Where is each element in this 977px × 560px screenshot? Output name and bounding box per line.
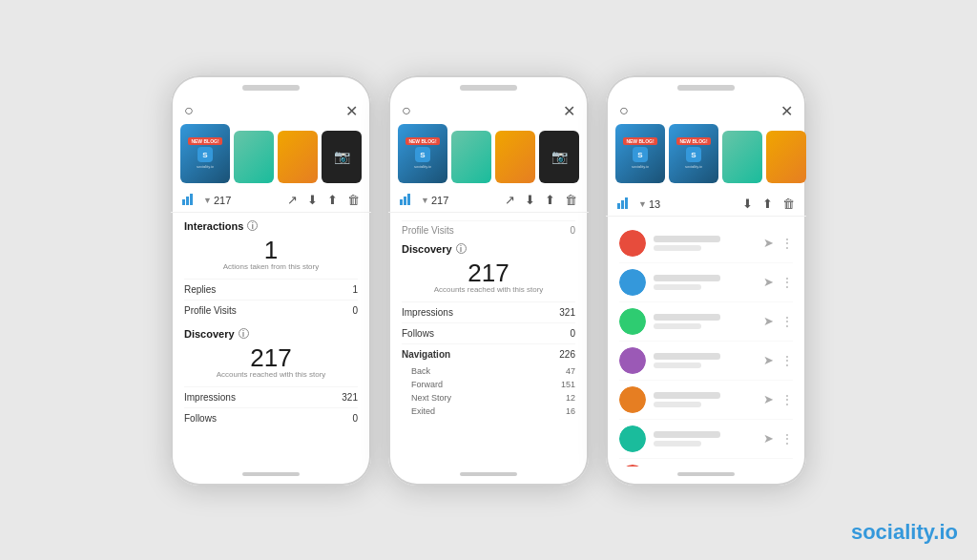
- brand-blue: .io: [933, 520, 958, 544]
- viewer-name: [654, 353, 720, 360]
- phone2-discovery-number: 217: [402, 260, 575, 285]
- phone2-profile-visits-partial: Profile Visits 0: [402, 220, 575, 239]
- phone2-circle-icon: ○: [402, 102, 411, 119]
- bar-chart-icon-2: [400, 193, 413, 208]
- viewer-avatar: [619, 347, 646, 374]
- phone3-story-thumb-3: [722, 131, 762, 183]
- phone1-interactions-sub: Actions taken from this story: [184, 262, 358, 271]
- info-icon: i: [247, 220, 258, 231]
- phone1-story-thumb-3: [278, 131, 318, 183]
- phone1-interactions-number: 1: [184, 238, 358, 262]
- phone1-stats-bar: ▼ 217 ↗ ⬇ ⬆ 🗑: [171, 189, 371, 213]
- phone2-exited-row: Exited 16: [402, 404, 575, 418]
- trending-icon[interactable]: ↗: [287, 193, 298, 207]
- brand-black: sociality: [851, 520, 933, 544]
- send-dm-icon[interactable]: ➤: [763, 392, 774, 406]
- viewer-avatar: [619, 425, 646, 452]
- phone-3: ○ ✕ NEW BLOG! S sociality.io NEW BLOG! S: [606, 75, 806, 486]
- phone2-view-count: ▼ 217: [421, 195, 448, 206]
- viewer-avatar: [619, 386, 646, 413]
- phone3-view-count: ▼ 13: [638, 198, 660, 210]
- viewer-row: ➤ ⋮: [619, 263, 793, 302]
- phone1-story-thumb-cam: 📷: [322, 131, 362, 183]
- phone2-homebar: [388, 467, 589, 486]
- viewer-info: [654, 431, 756, 446]
- download-icon-2[interactable]: ⬇: [525, 193, 535, 207]
- send-dm-icon[interactable]: ➤: [763, 314, 774, 328]
- viewer-info: [654, 314, 756, 329]
- share-icon-2[interactable]: ⬆: [545, 193, 555, 207]
- phone1-story-strip: NEW BLOG! S sociality.io 📷: [171, 124, 371, 189]
- delete-icon-3[interactable]: 🗑: [782, 197, 795, 211]
- new-blog-badge-2: NEW BLOG!: [405, 137, 439, 145]
- send-dm-icon[interactable]: ➤: [763, 236, 774, 250]
- phone1-interactions-title: Interactions i: [184, 220, 358, 232]
- bar-chart-icon: [182, 193, 196, 208]
- svg-rect-3: [400, 199, 403, 205]
- more-options-icon[interactable]: ⋮: [781, 315, 793, 328]
- viewer-handle: [654, 402, 701, 407]
- viewer-row: ➤ ⋮: [619, 459, 793, 467]
- viewer-row: ➤ ⋮: [619, 302, 793, 342]
- phone3-circle-icon: ○: [619, 102, 629, 119]
- viewer-row: ➤ ⋮: [619, 224, 793, 263]
- share-icon[interactable]: ⬆: [327, 193, 338, 207]
- info-icon-2: i: [239, 328, 249, 339]
- phone1-follows-row: Follows 0: [184, 407, 358, 428]
- more-options-icon[interactable]: ⋮: [781, 354, 793, 367]
- send-dm-icon[interactable]: ➤: [763, 275, 774, 289]
- phone3-homebar: [606, 467, 806, 486]
- phone2-topbar: ○ ✕: [388, 96, 589, 124]
- download-icon-3[interactable]: ⬇: [742, 197, 753, 211]
- s-badge-2: S: [415, 147, 430, 162]
- svg-rect-0: [182, 199, 185, 205]
- phone1-discovery-number: 217: [184, 345, 358, 370]
- phone3-close-icon[interactable]: ✕: [780, 102, 793, 120]
- more-options-icon[interactable]: ⋮: [781, 393, 793, 406]
- phone2-navigation-row: Navigation 226: [402, 343, 575, 364]
- phone1-discovery-title: Discovery i: [184, 328, 358, 340]
- share-icon-3[interactable]: ⬆: [762, 197, 773, 211]
- phone1-circle-icon: ○: [184, 102, 194, 119]
- phone2-close-icon[interactable]: ✕: [563, 102, 575, 120]
- phone1-profile-visits-row: Profile Visits 0: [184, 300, 358, 321]
- svg-rect-1: [186, 197, 189, 205]
- svg-rect-8: [625, 197, 628, 209]
- phone3-story-thumb-2: NEW BLOG! S sociality.io: [669, 124, 718, 183]
- s-badge-3: S: [633, 147, 648, 162]
- viewer-info: [654, 353, 756, 368]
- delete-icon-2[interactable]: 🗑: [565, 193, 577, 207]
- phone2-discovery-sub: Accounts reached with this story: [402, 285, 575, 294]
- new-blog-badge-3: NEW BLOG!: [623, 137, 656, 145]
- phone1-story-thumb-2: [234, 131, 274, 183]
- phone1-topbar: ○ ✕: [171, 96, 371, 124]
- svg-rect-2: [190, 194, 193, 205]
- viewer-avatar: [619, 269, 646, 296]
- phone3-story-thumb-4: [766, 131, 806, 183]
- more-options-icon[interactable]: ⋮: [781, 276, 793, 289]
- phone2-forward-row: Forward 151: [402, 378, 575, 391]
- phone1-view-count: ▼ 217: [203, 195, 231, 206]
- more-options-icon[interactable]: ⋮: [781, 432, 793, 446]
- phone3-story-thumb-1: NEW BLOG! S sociality.io: [615, 124, 665, 183]
- viewer-handle: [654, 441, 701, 446]
- info-icon-3: i: [456, 243, 467, 254]
- download-icon[interactable]: ⬇: [307, 193, 318, 207]
- branding: sociality.io: [851, 520, 958, 545]
- camera-icon: 📷: [334, 149, 350, 164]
- trending-icon-2[interactable]: ↗: [505, 193, 515, 207]
- bar-chart-icon-3: [617, 197, 631, 212]
- viewer-handle: [654, 363, 701, 368]
- phone1-impressions-row: Impressions 321: [184, 386, 358, 407]
- phone1-replies-row: Replies 1: [184, 279, 358, 300]
- phone2-story-thumb-3: [495, 131, 535, 183]
- delete-icon[interactable]: 🗑: [347, 193, 360, 207]
- send-dm-icon[interactable]: ➤: [763, 353, 774, 367]
- viewer-handle: [654, 284, 701, 290]
- phone2-story-thumb-1: NEW BLOG! S sociality.io: [398, 124, 447, 183]
- phone1-close-icon[interactable]: ✕: [345, 102, 358, 120]
- more-options-icon[interactable]: ⋮: [781, 237, 793, 250]
- viewer-avatar: [619, 308, 646, 335]
- phone2-story-thumb-cam: 📷: [539, 131, 579, 183]
- send-dm-icon[interactable]: ➤: [763, 431, 774, 446]
